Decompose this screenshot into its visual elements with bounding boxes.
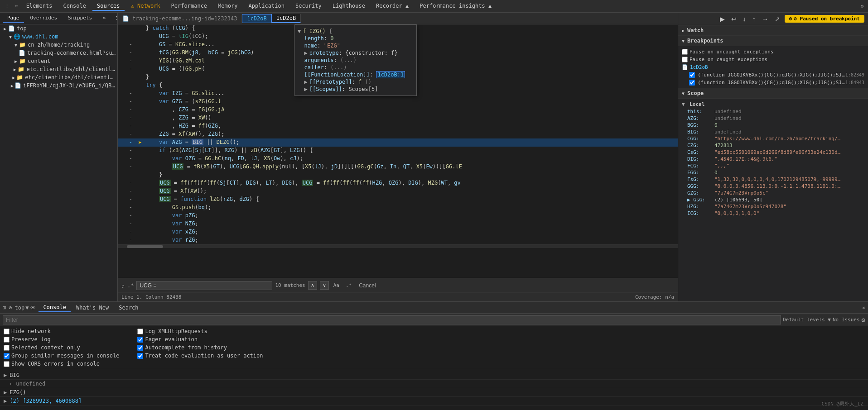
- code-line: - var OZG = GG.hC(nq, ED, lJ, X5(Ow), cJ…: [118, 155, 678, 163]
- msg-expand-BIG[interactable]: ▶: [4, 372, 7, 378]
- msg-expand-array[interactable]: ▶: [4, 398, 7, 404]
- search-cancel-btn[interactable]: Cancel: [356, 281, 378, 290]
- tab-recorder[interactable]: Recorder ▲: [371, 2, 413, 11]
- hide-network-checkbox[interactable]: [4, 329, 10, 334]
- source-tabs: 📄 tracking-ecomme...ing-id=1232343 1cD2o…: [118, 13, 678, 24]
- breakpoints-title: Breakpoints: [687, 38, 723, 44]
- group-similar-checkbox[interactable]: [4, 353, 10, 359]
- tab-whats-new[interactable]: What's New: [72, 304, 113, 312]
- console-dock-icon[interactable]: ⊞: [3, 305, 6, 311]
- tab-snippets[interactable]: Snippets: [63, 14, 96, 23]
- pause-uncaught-checkbox[interactable]: [682, 49, 688, 55]
- eager-eval-checkbox[interactable]: [137, 337, 143, 343]
- search-next-btn[interactable]: ∨: [320, 281, 329, 290]
- tree-item-clientlib-all[interactable]: ▶ 📁 etc/clientlibs/dhl/clientlib-all: [0, 73, 117, 81]
- resume-btn[interactable]: ▶: [718, 14, 727, 24]
- tab-application[interactable]: Application: [244, 2, 289, 11]
- log-xhr-checkbox[interactable]: [137, 329, 143, 334]
- treat-code-checkbox[interactable]: [137, 353, 143, 359]
- search-prev-btn[interactable]: ∧: [308, 281, 317, 290]
- main-area: Page Overrides Snippets » ⋮ ▶ 📄 top ▼ 🌐 …: [0, 13, 868, 301]
- pause-caught-label: Pause on caught exceptions: [682, 57, 767, 62]
- tree-label-iFFR: iFFRbYNL/qjJX-3L/e3UE6_i/QB/wiOmhNcDp: [23, 82, 116, 89]
- preserve-log-checkbox[interactable]: [4, 337, 10, 343]
- tab-page[interactable]: Page: [3, 14, 24, 23]
- tab-console-main[interactable]: Console: [39, 303, 71, 312]
- console-settings-icon[interactable]: ⚙: [862, 316, 865, 324]
- bp-checkbox-2[interactable]: [689, 80, 695, 86]
- console-context-arrow[interactable]: ▼: [25, 305, 29, 311]
- console-close-icon[interactable]: ✕: [862, 305, 865, 311]
- tree-item-iFFR[interactable]: ▶ 📄 iFFRbYNL/qjJX-3L/e3UE6_i/QB/wiOmhNcD…: [0, 81, 117, 90]
- tab-network[interactable]: ⚠ Network: [126, 2, 165, 11]
- selected-context-checkbox[interactable]: [4, 345, 10, 351]
- code-area[interactable]: ▼f EZG() { length: 0 name: "EZG" ▶protot…: [118, 24, 678, 278]
- right-panel: ▶ ↩ ↓ ↑ → ↗ ⊙ ⊙ Paused on breakpoint ▶ W…: [678, 13, 868, 301]
- watch-section-header[interactable]: ▶ Watch: [678, 25, 868, 36]
- source-tab-1cD2oB-2[interactable]: 1cD2oB: [272, 14, 301, 23]
- tree-item-tracking-file[interactable]: 📄 tracking-ecommerce.html?submit=1&trac: [0, 49, 117, 57]
- opt-log-xhr: Log XMLHttpRequests: [137, 328, 263, 334]
- default-levels-label[interactable]: Default levels ▼: [783, 317, 831, 323]
- breakpoint-item-1[interactable]: (function JGGOIKVBXx(){CG();qJG();XJG();…: [678, 71, 868, 79]
- bp-file-icon: 📄: [682, 64, 688, 70]
- regex-btn[interactable]: .*: [344, 282, 353, 288]
- step-btn[interactable]: →: [760, 14, 770, 24]
- tab-console[interactable]: Console: [58, 2, 91, 11]
- step-out-btn[interactable]: ↑: [751, 14, 757, 24]
- tab-lighthouse[interactable]: Lighthouse: [328, 2, 370, 11]
- back-icon[interactable]: ⬅: [13, 2, 20, 10]
- top-toolbar: ⋮ ⬅ Elements Console Sources ⚠ Network P…: [0, 0, 868, 13]
- console-eye-icon[interactable]: 👁: [30, 305, 36, 311]
- tab-sources[interactable]: Sources: [92, 2, 125, 11]
- function-location-link[interactable]: 1cD2oB:1: [376, 71, 405, 78]
- code-line: - var rZG;: [118, 236, 678, 244]
- right-sections: ▶ Watch ▼ Breakpoints Pause on uncaught …: [678, 25, 868, 301]
- tree-item-top[interactable]: ▶ 📄 top: [0, 24, 117, 33]
- breakpoints-arrow: ▼: [682, 38, 685, 43]
- console-msg-EZG: ▶ EZG(): [0, 388, 868, 397]
- tab-elements[interactable]: Elements: [22, 2, 57, 11]
- source-tab-1cD2oB-1[interactable]: 1cD2oB: [242, 14, 271, 23]
- bp-checkbox-1[interactable]: [689, 72, 695, 78]
- match-case-btn[interactable]: Aa: [332, 282, 341, 288]
- h-scrollbar[interactable]: [118, 244, 678, 248]
- tree-item-content[interactable]: ▶ 📁 content: [0, 57, 117, 65]
- filetree-menu-icon[interactable]: ⋮: [112, 14, 118, 22]
- autocomplete-checkbox[interactable]: [137, 345, 143, 351]
- console-clear-icon[interactable]: ⊘: [9, 305, 12, 311]
- tab-memory[interactable]: Memory: [213, 2, 242, 11]
- scope-var-FsG: FsG: "1,32,32,0,0,0,0,4,0,1702129485079,…: [678, 176, 868, 183]
- tab-security[interactable]: Security: [291, 2, 326, 11]
- deactivate-btn[interactable]: ↗: [773, 14, 782, 24]
- tab-perf-insights[interactable]: Performance insights ▲: [415, 2, 496, 11]
- bp-text-2: (function JGGOIKVBXx(){CG();qJG();XJG();…: [698, 80, 845, 86]
- bp-text-1: (function JGGOIKVBXx(){CG();qJG();XJG();…: [698, 72, 845, 78]
- tree-icon-clientlibs: 📁: [18, 66, 24, 72]
- search-input[interactable]: [136, 281, 272, 290]
- step-into-btn[interactable]: ↓: [741, 14, 748, 24]
- code-line: - var NZG;: [118, 220, 678, 228]
- tree-item-dhl[interactable]: ▼ 🌐 www.dhl.com: [0, 33, 117, 41]
- settings-icon[interactable]: ⚙: [858, 2, 865, 10]
- devtools-icon[interactable]: ⋮: [3, 2, 11, 10]
- step-over-btn[interactable]: ↩: [729, 14, 738, 24]
- tab-performance[interactable]: Performance: [167, 2, 212, 11]
- local-section-header[interactable]: ▼ Local: [678, 100, 868, 108]
- tree-item-tracking-folder[interactable]: ▼ 📁 cn-zh/home/tracking: [0, 41, 117, 49]
- scope-section-header[interactable]: ▼ Scope: [678, 88, 868, 99]
- breakpoints-section-header[interactable]: ▼ Breakpoints: [678, 36, 868, 46]
- breakpoint-item-2[interactable]: (function JGGOIKVBXx(){CG();qJG();XJG();…: [678, 79, 868, 86]
- tab-more[interactable]: »: [98, 14, 111, 23]
- scope-var-CZG: CZG: 472813: [678, 142, 868, 149]
- console-filter-input[interactable]: [3, 315, 781, 324]
- source-tab-tracking[interactable]: 📄 tracking-ecomme...ing-id=1232343: [118, 14, 242, 23]
- tab-search[interactable]: Search: [114, 304, 143, 312]
- code-line: - , CZG = IG[GG.jA: [118, 106, 678, 114]
- cors-errors-checkbox[interactable]: [4, 361, 10, 367]
- status-bar: Line 1, Column 82438 Coverage: n/a: [118, 292, 678, 301]
- tree-item-clientlibs[interactable]: ▶ 📁 etc.clientlibs/dhl/clientlibs: [0, 65, 117, 73]
- tab-overrides[interactable]: Overrides: [26, 14, 62, 23]
- msg-expand-EZG[interactable]: ▶: [4, 389, 7, 396]
- pause-caught-checkbox[interactable]: [682, 57, 688, 62]
